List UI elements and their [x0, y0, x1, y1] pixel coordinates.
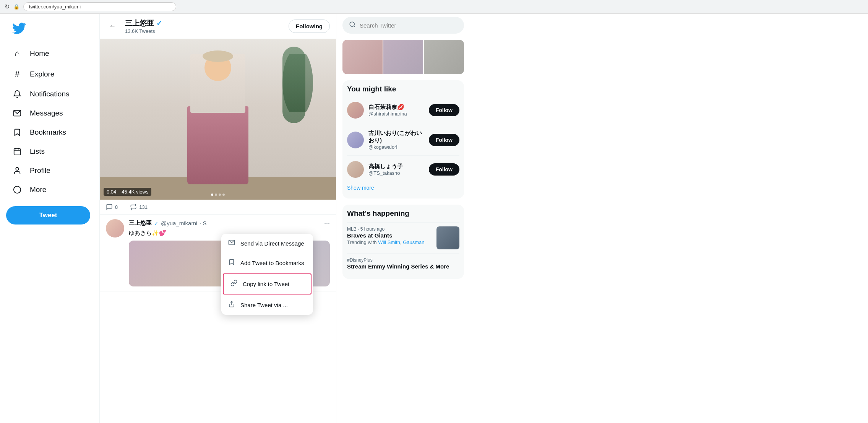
- retweet-button[interactable]: 131: [130, 203, 148, 210]
- divider-2: [347, 155, 459, 156]
- context-menu-bookmark-label: Add Tweet to Bookmarks: [240, 260, 304, 266]
- svg-rect-1: [14, 149, 21, 155]
- tweet-time: · S: [200, 220, 206, 226]
- strip-image-2: [383, 40, 423, 74]
- suggestion-user3: 高橋しょう子 @TS_takasho Follow: [347, 157, 459, 182]
- sidebar-item-lists[interactable]: Lists: [6, 143, 51, 160]
- sidebar-item-bookmarks[interactable]: Bookmarks: [6, 124, 72, 141]
- suggestion-name-1: 白石茉莉奈💋: [368, 104, 424, 111]
- profile-name-text: 三上悠亜: [125, 18, 154, 28]
- context-menu-dm[interactable]: Send via Direct Message: [221, 234, 313, 253]
- reply-icon: [106, 203, 113, 210]
- will-smith-link[interactable]: Will Smith: [378, 239, 400, 245]
- sidebar-item-profile-label: Profile: [30, 166, 50, 175]
- suggestion-name-2: 古川いおり(こがわいおり): [368, 130, 424, 144]
- profile-header-name: 三上悠亜 ✓: [125, 18, 282, 28]
- you-might-like-section: You might like 白石茉莉奈💋 @shiraishimarina F…: [342, 80, 464, 198]
- suggestion-avatar-2: [347, 132, 364, 148]
- tweet-image-1: [129, 241, 229, 286]
- happening-item-mlb: MLB · 5 hours ago Braves at Giants Trend…: [347, 222, 459, 253]
- strip-image-3: [424, 40, 464, 74]
- twitter-logo[interactable]: [6, 17, 93, 41]
- happening-category-mlb: MLB · 5 hours ago: [347, 226, 432, 232]
- tweet-author-avatar: [106, 219, 124, 238]
- happening-item-disney: #DisneyPlus Stream Emmy Winning Series &…: [347, 253, 459, 274]
- dot-3: [219, 194, 221, 196]
- sidebar-item-home[interactable]: ⌂ Home: [6, 44, 55, 63]
- suggestion-handle-2: @kogawaiori: [368, 144, 424, 150]
- tweet-author-name: 三上悠亜: [129, 220, 152, 227]
- reply-button[interactable]: 8: [106, 203, 118, 210]
- tweet-feed: 0:04 45.4K views: [100, 39, 336, 423]
- tweet-verified-icon: ✓: [154, 220, 159, 226]
- reload-button[interactable]: ↻: [5, 3, 10, 10]
- suggestion-info-1: 白石茉莉奈💋 @shiraishimarina: [368, 104, 424, 117]
- tweet-header: 三上悠亜 ✓ @yua_mikami · S ···: [129, 219, 330, 227]
- suggestion-info-2: 古川いおり(こがわいおり) @kogawaiori: [368, 130, 424, 150]
- sidebar-item-profile[interactable]: Profile: [6, 162, 57, 179]
- profile-icon: [12, 166, 22, 175]
- tweet-video[interactable]: 0:04 45.4K views: [100, 39, 336, 200]
- bookmarks-icon: [12, 128, 22, 137]
- gausman-link[interactable]: Gausman: [403, 239, 424, 245]
- retweet-count: 131: [139, 204, 148, 210]
- link-icon: [230, 280, 237, 288]
- main-content: ← 三上悠亜 ✓ 13.6K Tweets Following: [99, 14, 336, 423]
- happening-subtitle-mlb: Trending with Will Smith, Gausman: [347, 239, 432, 245]
- search-input[interactable]: [360, 22, 458, 29]
- suggestion-handle-3: @TS_takasho: [368, 170, 424, 176]
- happening-info-disney: #DisneyPlus Stream Emmy Winning Series &…: [347, 257, 459, 270]
- video-timestamp: 0:04 45.4K views: [104, 188, 151, 196]
- happening-title-mlb: Braves at Giants: [347, 232, 432, 239]
- sidebar-item-messages[interactable]: Messages: [6, 104, 69, 122]
- context-menu-copy-link[interactable]: Copy link to Tweet: [223, 273, 312, 294]
- verified-badge-icon: ✓: [156, 19, 162, 28]
- tweet-button[interactable]: Tweet: [6, 206, 90, 225]
- suggestion-avatar-3: [347, 161, 364, 178]
- follow-button-2[interactable]: Follow: [429, 134, 459, 146]
- bookmark-icon: [228, 259, 235, 267]
- tweet-actions: 8 131: [100, 200, 336, 215]
- divider-1: [347, 124, 459, 124]
- show-more-link[interactable]: Show more: [347, 182, 459, 194]
- svg-point-5: [16, 168, 18, 170]
- home-icon: ⌂: [12, 49, 22, 59]
- follow-button-3[interactable]: Follow: [429, 163, 459, 176]
- sidebar-item-home-label: Home: [30, 49, 49, 58]
- sidebar-item-messages-label: Messages: [30, 109, 63, 117]
- following-button[interactable]: Following: [289, 20, 330, 33]
- follow-button-1[interactable]: Follow: [429, 104, 459, 116]
- dot-4: [222, 194, 225, 196]
- video-dots: [211, 194, 225, 196]
- dot-1: [211, 194, 213, 196]
- share-icon: [228, 301, 235, 309]
- search-box[interactable]: [342, 17, 464, 34]
- sidebar-item-more[interactable]: More: [6, 181, 52, 198]
- sidebar-item-notifications[interactable]: Notifications: [6, 85, 76, 103]
- context-menu-copy-link-label: Copy link to Tweet: [243, 281, 289, 287]
- dot-2: [215, 194, 217, 196]
- svg-point-6: [14, 186, 21, 193]
- happening-title-disney: Stream Emmy Winning Series & More: [347, 263, 459, 270]
- explore-icon: #: [12, 69, 22, 79]
- svg-line-13: [354, 26, 355, 27]
- happening-image-mlb: [436, 226, 459, 249]
- tweet-more-button[interactable]: ···: [324, 219, 330, 227]
- reply-count: 8: [115, 204, 118, 210]
- profile-image-strip: [342, 40, 464, 74]
- tweet-author-handle: @yua_mikami: [161, 220, 197, 226]
- profile-header: ← 三上悠亜 ✓ 13.6K Tweets Following: [100, 14, 336, 39]
- suggestion-handle-1: @shiraishimarina: [368, 111, 424, 117]
- sidebar-item-notifications-label: Notifications: [30, 90, 70, 98]
- sidebar-item-lists-label: Lists: [30, 147, 45, 156]
- suggestion-user2: 古川いおり(こがわいおり) @kogawaiori Follow: [347, 126, 459, 154]
- svg-point-12: [350, 22, 354, 26]
- browser-chrome: ↻ 🔒 twitter.com/yua_mikami: [0, 0, 868, 14]
- video-tweet: 0:04 45.4K views: [100, 39, 336, 215]
- context-menu-share[interactable]: Share Tweet via ...: [221, 295, 313, 315]
- url-bar[interactable]: twitter.com/yua_mikami: [23, 2, 176, 11]
- profile-header-info: 三上悠亜 ✓ 13.6K Tweets: [125, 18, 282, 34]
- back-button[interactable]: ←: [106, 19, 119, 33]
- context-menu-bookmark[interactable]: Add Tweet to Bookmarks: [221, 253, 313, 273]
- sidebar-item-explore[interactable]: # Explore: [6, 65, 60, 84]
